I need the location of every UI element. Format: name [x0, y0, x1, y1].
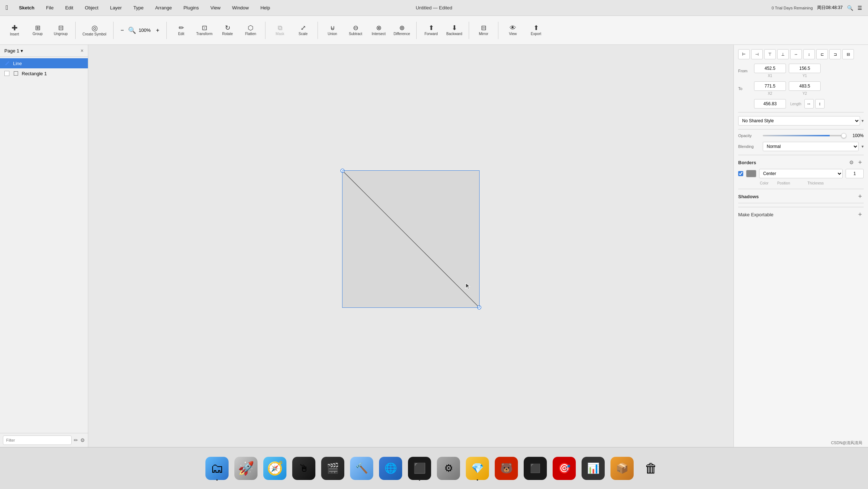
dock-item-trash[interactable]: 🗑 — [638, 455, 664, 481]
mirror-button[interactable]: ⊟ Mirror — [473, 18, 494, 43]
export-button[interactable]: ⬆ Export — [526, 18, 546, 43]
zoom-out-button[interactable]: − — [118, 26, 127, 35]
shared-style-select[interactable]: No Shared Style — [738, 116, 860, 126]
difference-button[interactable]: ⊕ Difference — [392, 18, 412, 43]
dock-item-photos[interactable]: 🎬 — [320, 455, 346, 481]
apple-menu[interactable]:  — [6, 4, 8, 12]
create-symbol-button[interactable]: ◎ Create Symbol — [80, 18, 109, 43]
menu-view[interactable]: View — [208, 4, 223, 11]
shape-container — [342, 170, 480, 308]
filter-input[interactable] — [3, 435, 72, 445]
shared-style-row: No Shared Style ▾ — [738, 116, 864, 126]
menu-file[interactable]: File — [44, 4, 56, 11]
zoom-in-button[interactable]: + — [153, 26, 162, 35]
menu-layer[interactable]: Layer — [108, 4, 124, 11]
flip-v-button[interactable]: ↕ — [815, 99, 825, 109]
borders-gear-button[interactable]: ⚙ — [848, 159, 855, 166]
backward-button[interactable]: ⬇ Backward — [444, 18, 464, 43]
intersect-button[interactable]: ⊗ Intersect — [369, 18, 389, 43]
menu-object[interactable]: Object — [83, 4, 101, 11]
transform-button[interactable]: ⊡ Transform — [194, 18, 214, 43]
align-center-h-button[interactable]: ⊣ — [751, 49, 763, 59]
make-exportable-add-button[interactable]: + — [856, 211, 864, 218]
border-position-select[interactable]: Center Inside Outside — [759, 169, 843, 178]
search-icon[interactable]: 🔍 — [847, 5, 853, 11]
dock-item-network[interactable]: 🌐 — [378, 455, 404, 481]
page-selector[interactable]: Page 1 ▾ — [4, 48, 23, 54]
dock-item-sketch[interactable]: 💎 — [464, 455, 490, 481]
mask-button[interactable]: ⧉ Mask — [270, 18, 290, 43]
rectangle-shape[interactable] — [342, 170, 480, 308]
dock-item-cursor[interactable]: 🖱 — [291, 455, 317, 481]
menu-arrange[interactable]: Arrange — [153, 4, 174, 11]
view-button[interactable]: 👁 View — [503, 18, 523, 43]
align-right-button[interactable]: ⊤ — [764, 49, 776, 59]
union-button[interactable]: ⊌ Union — [322, 18, 342, 43]
align-top-button[interactable]: ⊥ — [777, 49, 789, 59]
menu-edit[interactable]: Edit — [63, 4, 75, 11]
canvas[interactable] — [88, 45, 733, 447]
backward-icon: ⬇ — [452, 25, 457, 31]
length-input[interactable] — [754, 99, 786, 109]
opacity-slider[interactable] — [763, 135, 846, 136]
svg-point-1 — [341, 169, 344, 173]
dock-item-terminal[interactable]: ⬛ — [407, 455, 433, 481]
scale-button[interactable]: ⤢ Scale — [293, 18, 313, 43]
from-y-input[interactable] — [789, 64, 821, 73]
border-color-swatch[interactable] — [746, 170, 756, 177]
to-y-group: Y2 — [789, 81, 821, 95]
to-y-input[interactable] — [789, 81, 821, 91]
menu-icon[interactable]: ☰ — [858, 5, 862, 11]
menu-window[interactable]: Window — [230, 4, 251, 11]
menu-help[interactable]: Help — [258, 4, 272, 11]
dock-item-finder[interactable]: 🗂 — [204, 455, 230, 481]
layer-item-line[interactable]: Line — [0, 58, 88, 68]
subtract-icon: ⊖ — [353, 25, 358, 31]
to-x-input[interactable] — [754, 81, 786, 91]
flip-h-button[interactable]: ↔ — [804, 99, 814, 109]
dock-item-safari[interactable]: 🧭 — [262, 455, 288, 481]
toolbar-divider-2 — [113, 22, 114, 39]
layer-visibility-checkbox[interactable] — [4, 71, 9, 76]
shadows-add-button[interactable]: + — [856, 193, 864, 200]
blending-select[interactable]: Normal — [763, 142, 859, 151]
border-thickness-input[interactable] — [846, 169, 864, 178]
borders-add-button[interactable]: + — [856, 159, 864, 166]
toolbar-divider-4 — [265, 22, 265, 39]
layer-list: Line Rectangle 1 — [0, 57, 88, 433]
sidebar-collapse-button[interactable]: × — [81, 48, 84, 54]
insert-button[interactable]: ✚ Insert — [4, 18, 25, 43]
toolbar-divider-7 — [469, 22, 469, 39]
distribute-h-button[interactable]: ⊏ — [816, 49, 828, 59]
dock-item-betterzip[interactable]: 📦 — [609, 455, 635, 481]
align-center-v-button[interactable]: ↔ — [790, 49, 802, 59]
flatten-button[interactable]: ⬡ Flatten — [241, 18, 261, 43]
insert-icon: ✚ — [12, 24, 18, 31]
edit-button[interactable]: ✏ Edit — [171, 18, 191, 43]
group-button[interactable]: ⊞ Group — [27, 18, 48, 43]
border-enabled-checkbox[interactable] — [738, 171, 743, 176]
dock-item-istat[interactable]: 📊 — [580, 455, 606, 481]
from-x-input[interactable] — [754, 64, 786, 73]
opacity-row: Opacity 100% — [738, 133, 864, 138]
distribute-space-button[interactable]: ⊟ — [842, 49, 854, 59]
ungroup-button[interactable]: ⊟ Ungroup — [51, 18, 71, 43]
dock-item-system[interactable]: ⚙ — [435, 455, 461, 481]
distribute-v-button[interactable]: ⊐ — [829, 49, 841, 59]
align-left-button[interactable]: ⊢ — [738, 49, 750, 59]
dock-item-focusplan[interactable]: 🎯 — [551, 455, 577, 481]
menu-sketch[interactable]: Sketch — [17, 4, 37, 11]
dock-item-bear[interactable]: 🐻 — [493, 455, 519, 481]
subtract-button[interactable]: ⊖ Subtract — [345, 18, 366, 43]
layer-item-rectangle[interactable]: Rectangle 1 — [0, 68, 88, 78]
opacity-value: 100% — [849, 133, 864, 138]
menu-plugins[interactable]: Plugins — [181, 4, 201, 11]
github-icon: ⬛ — [524, 457, 547, 480]
dock-item-launchpad[interactable]: 🚀 — [233, 455, 259, 481]
menu-type[interactable]: Type — [131, 4, 146, 11]
rotate-button[interactable]: ↻ Rotate — [217, 18, 238, 43]
forward-button[interactable]: ⬆ Forward — [421, 18, 441, 43]
align-bottom-button[interactable]: ↕ — [803, 49, 815, 59]
dock-item-xcode[interactable]: 🔨 — [349, 455, 375, 481]
dock-item-app12[interactable]: ⬛ — [522, 455, 548, 481]
